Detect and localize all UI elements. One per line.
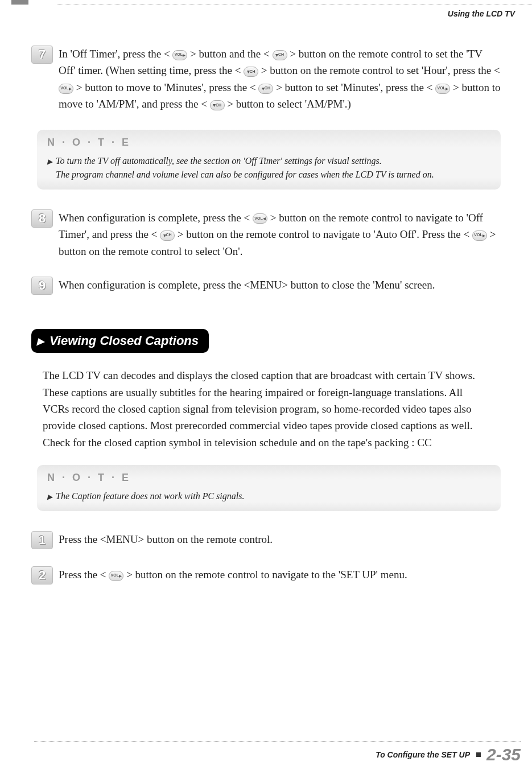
vol-right-icon: VOL▸ (472, 230, 487, 241)
step-text: > button and the < (190, 48, 272, 60)
step-body: When configuration is complete, press th… (59, 277, 501, 295)
step-text: > button to set 'Minutes', press the < (276, 81, 435, 93)
page-number: 2-35 (486, 745, 521, 764)
ch-down-icon: ▾CH (244, 67, 258, 77)
section-heading: ▶ Viewing Closed Captions (31, 329, 209, 353)
note-box: N · O · T · E ▶ The Caption feature does… (37, 465, 501, 511)
step-number-badge: 1 (31, 531, 53, 549)
step-text: In 'Off Timer', press the < (59, 48, 172, 60)
step-number-badge: 9 (31, 277, 53, 295)
step-body: Press the < VOL▸ > button on the remote … (59, 566, 501, 584)
step-2: 2 Press the < VOL▸ > button on the remot… (31, 566, 501, 584)
note-line: ▶ The Caption feature does not work with… (47, 489, 490, 503)
vol-right-icon: VOL▸ (109, 571, 123, 581)
step-8: 8 When configuration is complete, press … (31, 209, 501, 260)
note-text: The Caption feature does not work with P… (56, 489, 244, 503)
section-heading-text: Viewing Closed Captions (50, 334, 199, 348)
note-title: N · O · T · E (47, 137, 490, 149)
step-number-badge: 7 (31, 46, 53, 64)
note-text: To turn the TV off automatically, see th… (56, 154, 434, 168)
step-text: Press the < (59, 569, 109, 581)
ch-down-icon: ▾CH (160, 230, 175, 241)
running-header: Using the LCD TV (448, 9, 515, 18)
note-box: N · O · T · E ▶ To turn the TV off autom… (37, 130, 501, 190)
step-text: > button to select 'AM/PM'.) (227, 98, 351, 110)
step-text: When configuration is complete, press th… (59, 212, 253, 224)
top-dotted-rule (57, 5, 532, 5)
step-body: When configuration is complete, press th… (59, 209, 501, 260)
step-number-badge: 2 (31, 566, 53, 584)
ch-down-icon: ▾CH (273, 50, 287, 60)
step-text: > button on the remote control to set 'H… (261, 64, 500, 76)
page-content: 7 In 'Off Timer', press the < VOL▸ > but… (31, 46, 501, 602)
step-body: Press the <MENU> button on the remote co… (59, 531, 501, 549)
square-bullet-icon (476, 752, 481, 757)
vol-left-icon: VOL◂ (253, 213, 267, 224)
step-body: In 'Off Timer', press the < VOL▸ > butto… (59, 46, 501, 113)
step-number-badge: 8 (31, 209, 53, 228)
step-7: 7 In 'Off Timer', press the < VOL▸ > but… (31, 46, 501, 113)
ch-down-icon: ▾CH (258, 84, 273, 94)
vol-right-icon: VOL▸ (435, 84, 450, 94)
ch-down-icon: ▾CH (210, 100, 225, 110)
note-line: ▶ To turn the TV off automatically, see … (47, 154, 490, 182)
vol-right-icon: VOL▸ (172, 50, 187, 60)
triangle-bullet-icon: ▶ (47, 489, 52, 503)
step-text: > button to move to 'Minutes', press the… (76, 81, 259, 93)
note-text: The program channel and volume level can… (56, 168, 434, 182)
page-footer: To Configure the SET UP 2-35 (34, 741, 521, 764)
footer-label: To Configure the SET UP (376, 750, 470, 759)
triangle-bullet-icon: ▶ (47, 154, 52, 182)
vol-right-icon: VOL▸ (59, 84, 73, 94)
step-9: 9 When configuration is complete, press … (31, 277, 501, 295)
page-tab-decoration (11, 0, 28, 5)
triangle-icon: ▶ (37, 336, 44, 347)
step-text: > button on the remote control to naviga… (178, 228, 472, 240)
section-intro: The LCD TV can decodes and displays the … (43, 367, 489, 451)
step-text: > button on the remote control to naviga… (126, 569, 407, 581)
step-1: 1 Press the <MENU> button on the remote … (31, 531, 501, 549)
note-title: N · O · T · E (47, 472, 490, 484)
